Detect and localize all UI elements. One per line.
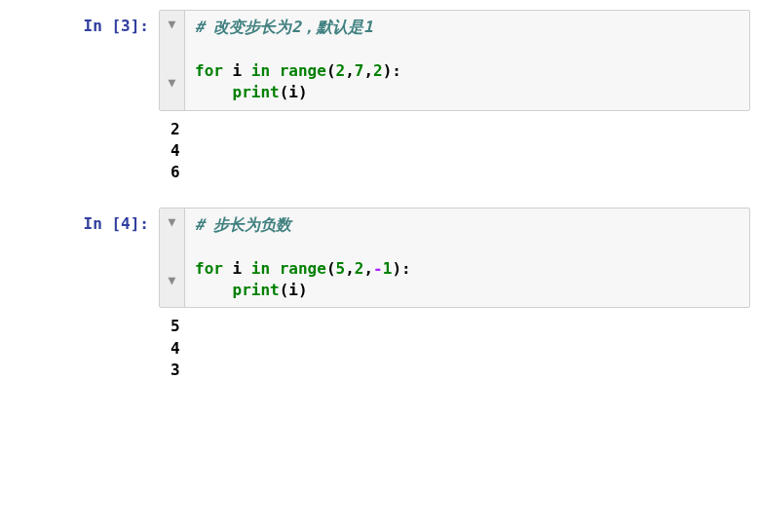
fold-icon[interactable]: ▼ — [169, 74, 176, 92]
num: 5 — [336, 259, 346, 278]
op-neg: - — [373, 259, 383, 278]
input-prompt: In [4]: — [8, 208, 159, 235]
num: 2 — [336, 61, 346, 80]
code-input-area[interactable]: ▼ ▼ # 改变步长为2，默认是1 for i in range(2,7,2):… — [159, 10, 750, 111]
var: i — [288, 281, 298, 299]
var: i — [288, 83, 298, 101]
num: 1 — [383, 259, 393, 278]
var: i — [223, 259, 251, 278]
code-cell: In [3]: ▼ ▼ # 改变步长为2，默认是1 for i in range… — [8, 10, 750, 111]
builtin-print: print — [233, 281, 280, 299]
output-prompt — [8, 312, 159, 318]
builtin-range: range — [280, 61, 326, 80]
keyword-for: for — [195, 61, 223, 80]
builtin-print: print — [233, 83, 280, 101]
comment: # 步长为负数 — [195, 215, 291, 234]
stdout: 5 4 3 — [159, 312, 750, 385]
num: 2 — [355, 259, 364, 278]
fold-icon[interactable]: ▼ — [169, 213, 176, 231]
comment: # 改变步长为2，默认是1 — [195, 18, 373, 36]
notebook: In [3]: ▼ ▼ # 改变步长为2，默认是1 for i in range… — [0, 0, 758, 414]
builtin-range: range — [280, 259, 326, 278]
num: 7 — [355, 61, 364, 80]
fold-icon[interactable]: ▼ — [169, 272, 176, 289]
var: i — [223, 61, 251, 80]
input-prompt: In [3]: — [8, 10, 159, 37]
fold-icon[interactable]: ▼ — [169, 16, 176, 33]
keyword-in: in — [251, 61, 270, 80]
stdout: 2 4 6 — [159, 115, 750, 188]
output-cell: 5 4 3 — [8, 312, 750, 385]
code-editor[interactable]: # 改变步长为2，默认是1 for i in range(2,7,2): pri… — [185, 11, 749, 110]
code-editor[interactable]: # 步长为负数 for i in range(5,2,-1): print(i) — [185, 209, 749, 308]
code-input-area[interactable]: ▼ ▼ # 步长为负数 for i in range(5,2,-1): prin… — [159, 208, 750, 309]
fold-gutter: ▼ ▼ — [160, 209, 185, 308]
num: 2 — [373, 61, 383, 80]
output-prompt — [8, 115, 159, 121]
keyword-in: in — [251, 259, 270, 278]
fold-gutter: ▼ ▼ — [160, 11, 185, 110]
output-cell: 2 4 6 — [8, 115, 750, 188]
keyword-for: for — [195, 259, 223, 278]
code-cell: In [4]: ▼ ▼ # 步长为负数 for i in range(5,2,-… — [8, 208, 750, 309]
